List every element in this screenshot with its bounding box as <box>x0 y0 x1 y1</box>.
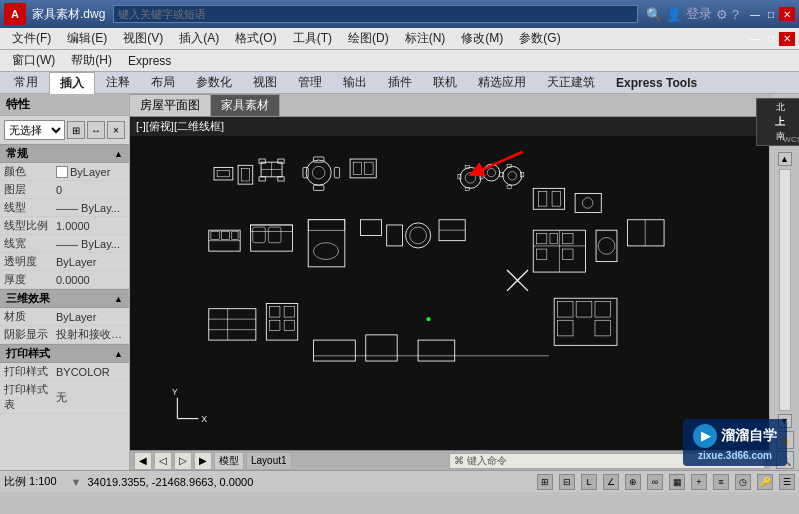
tab-plugin[interactable]: 插件 <box>378 72 422 93</box>
object-select-dropdown[interactable]: 无选择 <box>4 120 65 140</box>
tab-annotation[interactable]: 注释 <box>96 72 140 93</box>
properties-panel: 特性 无选择 ⊞ ↔ × 常规 ▲ 颜色 ByLayer <box>0 94 130 470</box>
scroll-track[interactable] <box>779 169 791 411</box>
doc-tab-furniture[interactable]: 家具素材 <box>211 94 280 116</box>
maximize-button[interactable]: □ <box>763 7 779 21</box>
menu-view[interactable]: 视图(V) <box>115 28 171 49</box>
compass-wcs: WCS <box>783 135 799 144</box>
status-grid-icon[interactable]: ⊟ <box>559 474 575 490</box>
watermark-play-icon: ▶ <box>693 424 717 448</box>
section-3d-header[interactable]: 三维效果 ▲ <box>0 289 129 308</box>
tab-manage[interactable]: 管理 <box>288 72 332 93</box>
tab-tzjz[interactable]: 天正建筑 <box>537 72 605 93</box>
status-ducs-icon[interactable]: ▦ <box>669 474 685 490</box>
status-ortho-icon[interactable]: L <box>581 474 597 490</box>
doc-tabs: 房屋平面图 家具素材 <box>130 94 769 117</box>
tab-online[interactable]: 联机 <box>423 72 467 93</box>
user-icon[interactable]: 👤 <box>666 7 682 22</box>
menu-draw[interactable]: 绘图(D) <box>340 28 397 49</box>
nav-next-button[interactable]: ▷ <box>174 452 192 470</box>
status-polar-icon[interactable]: ∠ <box>603 474 619 490</box>
section-3d-label: 三维效果 <box>6 291 50 306</box>
nav-prev-button[interactable]: ◀ <box>134 452 152 470</box>
menu-tools[interactable]: 工具(T) <box>285 28 340 49</box>
tab-insert[interactable]: 插入 <box>49 72 95 94</box>
tab-parametric[interactable]: 参数化 <box>186 72 242 93</box>
section-print-arrow: ▲ <box>114 349 123 359</box>
login-text[interactable]: 登录 <box>686 5 712 23</box>
menu-express[interactable]: Express <box>120 52 179 70</box>
tab-output[interactable]: 输出 <box>333 72 377 93</box>
menu-insert[interactable]: 插入(A) <box>171 28 227 49</box>
title-search-input[interactable] <box>113 5 637 23</box>
menu-annotate[interactable]: 标注(N) <box>397 28 454 49</box>
right-panel: 北 上 南 WCS ▲ ▼ ✋ 🔍 <box>769 94 799 470</box>
status-lw-icon[interactable]: ≡ <box>713 474 729 490</box>
status-sc-icon[interactable]: ☰ <box>779 474 795 490</box>
tab-common[interactable]: 常用 <box>4 72 48 93</box>
tab-featured[interactable]: 精选应用 <box>468 72 536 93</box>
command-prompt: ⌘ 键入命令 <box>454 454 507 468</box>
prop-layer: 图层 0 <box>0 181 129 199</box>
properties-title: 特性 <box>0 94 129 116</box>
settings-icon[interactable]: ⚙ <box>716 7 728 22</box>
prop-linetype: 线型 —— ByLay... <box>0 199 129 217</box>
minimize-button[interactable]: — <box>747 7 763 21</box>
menu-window[interactable]: 窗口(W) <box>4 50 63 71</box>
win-close2[interactable]: ✕ <box>779 32 795 46</box>
menu-params[interactable]: 参数(G) <box>511 28 568 49</box>
tab-view[interactable]: 视图 <box>243 72 287 93</box>
watermark-subtext: zixue.3d66.com <box>693 450 777 461</box>
canvas-viewport[interactable]: X Y <box>130 136 769 450</box>
menu-modify[interactable]: 修改(M) <box>453 28 511 49</box>
nav-next2-button[interactable]: ▶ <box>194 452 212 470</box>
canvas-svg: X Y <box>130 136 769 450</box>
scroll-up-button[interactable]: ▲ <box>778 152 792 166</box>
tab-express-tools[interactable]: Express Tools <box>606 74 707 92</box>
menu-edit[interactable]: 编辑(E) <box>59 28 115 49</box>
win-min2[interactable]: — <box>747 32 763 46</box>
prop-btn-3[interactable]: × <box>107 121 125 139</box>
prop-thickness: 厚度 0.0000 <box>0 271 129 289</box>
menu-bar-2: 窗口(W) 帮助(H) Express <box>0 50 799 72</box>
help-icon[interactable]: ? <box>732 7 739 22</box>
status-snap-icon[interactable]: ⊞ <box>537 474 553 490</box>
prop-color: 颜色 ByLayer <box>0 163 129 181</box>
section-regular-arrow: ▲ <box>114 149 123 159</box>
title-filename: 家具素材.dwg <box>32 6 105 23</box>
status-tpmode-icon[interactable]: ◷ <box>735 474 751 490</box>
title-icons: 🔍 👤 登录 ⚙ ? <box>646 5 739 23</box>
tab-layout[interactable]: 布局 <box>141 72 185 93</box>
status-osnap-icon[interactable]: ⊕ <box>625 474 641 490</box>
menu-bar: 文件(F) 编辑(E) 视图(V) 插入(A) 格式(O) 工具(T) 绘图(D… <box>0 28 799 50</box>
menu-help[interactable]: 帮助(H) <box>63 50 120 71</box>
status-qp-icon[interactable]: 🔑 <box>757 474 773 490</box>
section-print-header[interactable]: 打印样式 ▲ <box>0 344 129 363</box>
layout1-tab[interactable]: Layout1 <box>246 452 292 470</box>
status-scale: 比例 1:100 <box>4 474 57 489</box>
svg-rect-0 <box>156 136 742 450</box>
title-controls: — □ ✕ <box>747 7 795 21</box>
model-tab[interactable]: 模型 <box>214 452 244 470</box>
prop-btn-1[interactable]: ⊞ <box>67 121 85 139</box>
prop-btn-2[interactable]: ↔ <box>87 121 105 139</box>
svg-text:X: X <box>201 414 207 424</box>
section-regular-header[interactable]: 常规 ▲ <box>0 144 129 163</box>
search-icon[interactable]: 🔍 <box>646 7 662 22</box>
menu-format[interactable]: 格式(O) <box>227 28 284 49</box>
status-dyn-icon[interactable]: + <box>691 474 707 490</box>
status-otrack-icon[interactable]: ∞ <box>647 474 663 490</box>
prop-linewidth: 线宽 —— ByLay... <box>0 235 129 253</box>
select-box: 无选择 ⊞ ↔ × <box>4 120 125 140</box>
compass-up-label: 上 <box>775 115 785 129</box>
doc-tab-floor-plan[interactable]: 房屋平面图 <box>130 94 211 116</box>
compass-widget: 北 上 南 WCS <box>756 98 799 146</box>
prop-material: 材质 ByLayer <box>0 308 129 326</box>
menu-file[interactable]: 文件(F) <box>4 28 59 49</box>
status-coordinates: 34019.3355, -21468.9663, 0.0000 <box>87 476 253 488</box>
title-bar: A 家具素材.dwg 🔍 👤 登录 ⚙ ? — □ ✕ <box>0 0 799 28</box>
close-button[interactable]: ✕ <box>779 7 795 21</box>
compass-north: 北 <box>776 101 785 114</box>
nav-prev2-button[interactable]: ◁ <box>154 452 172 470</box>
win-max2[interactable]: □ <box>763 32 779 46</box>
